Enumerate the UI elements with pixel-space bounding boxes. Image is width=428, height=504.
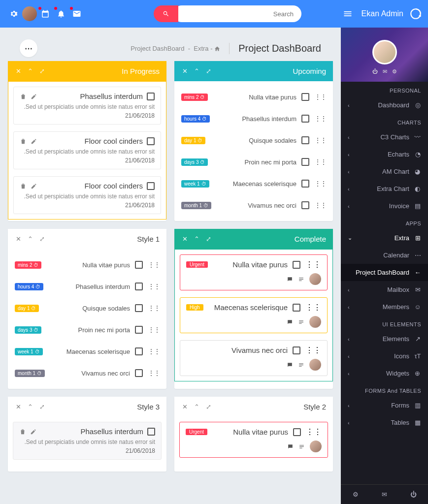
footer-settings-icon[interactable]: ⚙ (353, 491, 359, 498)
checkbox[interactable] (301, 93, 309, 101)
calendar-icon[interactable] (37, 6, 53, 22)
mail-icon[interactable] (69, 6, 85, 22)
list-icon[interactable] (298, 276, 304, 283)
collapse-icon[interactable]: ⌃ (193, 68, 200, 75)
drag-handle[interactable]: ⋮⋮ (314, 201, 326, 209)
drag-handle[interactable]: ⋮⋮ (305, 346, 321, 355)
sidebar-item-extra[interactable]: ⌄Extra⊞ (341, 229, 428, 247)
sidebar-item-extra-chart[interactable]: ‹Extra Chart◐ (341, 180, 428, 197)
checkbox[interactable] (147, 428, 155, 436)
close-icon[interactable]: ✕ (181, 404, 188, 410)
footer-mail-icon[interactable]: ✉ (382, 491, 387, 498)
checkbox[interactable] (301, 201, 309, 209)
chat-icon[interactable] (287, 276, 293, 283)
sidebar-item-icons[interactable]: ‹IconsτT (341, 347, 428, 365)
more-button[interactable]: ⋯ (20, 39, 37, 57)
sidebar-item-members[interactable]: ‹Members☺ (341, 298, 428, 315)
trash-icon[interactable] (19, 428, 26, 435)
close-icon[interactable]: ✕ (15, 68, 22, 75)
collapse-icon[interactable]: ⌃ (193, 404, 200, 410)
gear-icon[interactable]: ⚙ (392, 68, 397, 75)
footer-power-icon[interactable]: ⏻ (410, 491, 417, 498)
collapse-icon[interactable]: ⌃ (27, 236, 33, 243)
collapse-icon[interactable]: ⌃ (193, 236, 200, 243)
drag-handle[interactable]: ⋮⋮ (305, 260, 321, 269)
close-icon[interactable]: ✕ (15, 404, 22, 410)
chat-icon[interactable] (287, 319, 293, 325)
power-icon[interactable]: ⏻ (372, 68, 378, 75)
sidebar-item-elements[interactable]: ‹Elements↗ (341, 330, 428, 347)
expand-icon[interactable]: ⤢ (205, 404, 212, 410)
drag-handle[interactable]: ⋮⋮ (314, 180, 326, 188)
sidebar-item-c3[interactable]: ‹C3 Charts〰 (341, 128, 428, 146)
avatar-small[interactable] (22, 6, 37, 22)
drag-handle[interactable]: ⋮⋮ (148, 283, 160, 290)
checkbox[interactable] (301, 158, 309, 166)
checkbox[interactable] (135, 283, 143, 290)
expand-icon[interactable]: ⤢ (205, 68, 212, 75)
sidebar-item-am[interactable]: ‹AM Chart◕ (341, 163, 428, 180)
menu-icon[interactable] (340, 6, 356, 22)
mail-icon[interactable]: ✉ (383, 68, 387, 75)
search-button[interactable] (154, 5, 178, 22)
checkbox[interactable] (135, 261, 143, 269)
edit-icon[interactable] (30, 428, 37, 435)
collapse-icon[interactable]: ⌃ (27, 404, 33, 410)
trash-icon[interactable] (20, 183, 27, 189)
drag-handle[interactable]: ⋮⋮ (148, 326, 160, 334)
edit-icon[interactable] (31, 183, 37, 189)
sidebar-item-forms[interactable]: ‹Forms▥ (341, 397, 428, 414)
checkbox[interactable] (301, 136, 309, 144)
close-icon[interactable]: ✕ (181, 68, 188, 75)
list-icon[interactable] (298, 319, 304, 325)
checkbox[interactable] (301, 115, 309, 123)
breadcrumb-page[interactable]: Project DashBoard (131, 45, 184, 52)
drag-handle[interactable]: ⋮⋮ (305, 303, 321, 312)
drag-handle[interactable]: ⋮⋮ (148, 304, 160, 312)
checkbox[interactable] (147, 137, 155, 145)
edit-icon[interactable] (31, 138, 37, 145)
checkbox[interactable] (135, 304, 143, 312)
checkbox[interactable] (147, 93, 155, 100)
sidebar-item-tables[interactable]: ‹Tables▦ (341, 414, 428, 431)
drag-handle[interactable]: ⋮⋮ (314, 115, 326, 123)
checkbox[interactable] (293, 346, 300, 354)
sidebar-item-mailbox[interactable]: ‹Mailbox✉ (341, 281, 428, 298)
search-input[interactable] (173, 5, 301, 22)
sidebar-item-dashboard[interactable]: ‹Dashboard◎ (341, 96, 428, 114)
drag-handle[interactable]: ⋮⋮ (148, 369, 160, 377)
checkbox[interactable] (301, 180, 309, 188)
sidebar-item-echarts[interactable]: ‹Echarts◔ (341, 146, 428, 163)
checkbox[interactable] (135, 326, 143, 334)
close-icon[interactable]: ✕ (15, 236, 22, 243)
bell-icon[interactable] (53, 6, 69, 22)
avatar[interactable] (372, 40, 397, 64)
drag-handle[interactable]: ⋮⋮ (314, 158, 326, 166)
sidebar-item-calendar[interactable]: Calendar⋯ (341, 247, 428, 264)
expand-icon[interactable]: ⤢ (38, 68, 45, 75)
collapse-icon[interactable]: ⌃ (27, 68, 33, 75)
edit-icon[interactable] (31, 93, 37, 100)
expand-icon[interactable]: ⤢ (205, 236, 212, 243)
trash-icon[interactable] (20, 138, 27, 145)
sidebar-item-project[interactable]: Project DashBoard← (341, 264, 428, 281)
drag-handle[interactable]: ⋮⋮ (148, 347, 160, 355)
drag-handle[interactable]: ⋮⋮ (306, 427, 322, 437)
settings-icon[interactable] (6, 6, 22, 22)
checkbox[interactable] (293, 261, 300, 269)
checkbox[interactable] (147, 182, 155, 190)
checkbox[interactable] (135, 347, 143, 355)
list-icon[interactable] (298, 362, 304, 368)
drag-handle[interactable]: ⋮⋮ (314, 136, 326, 144)
close-icon[interactable]: ✕ (181, 236, 188, 243)
expand-icon[interactable]: ⤢ (38, 236, 45, 243)
trash-icon[interactable] (20, 93, 27, 100)
sidebar-item-widgets[interactable]: ‹Widgets⊕ (341, 365, 428, 382)
chat-icon[interactable] (287, 443, 294, 450)
chat-icon[interactable] (287, 362, 293, 368)
breadcrumb-extra[interactable]: Extra (194, 45, 208, 52)
drag-handle[interactable]: ⋮⋮ (314, 93, 326, 101)
sidebar-item-invoice[interactable]: ‹Invoice▤ (341, 197, 428, 215)
drag-handle[interactable]: ⋮⋮ (148, 261, 160, 269)
checkbox[interactable] (293, 304, 300, 312)
